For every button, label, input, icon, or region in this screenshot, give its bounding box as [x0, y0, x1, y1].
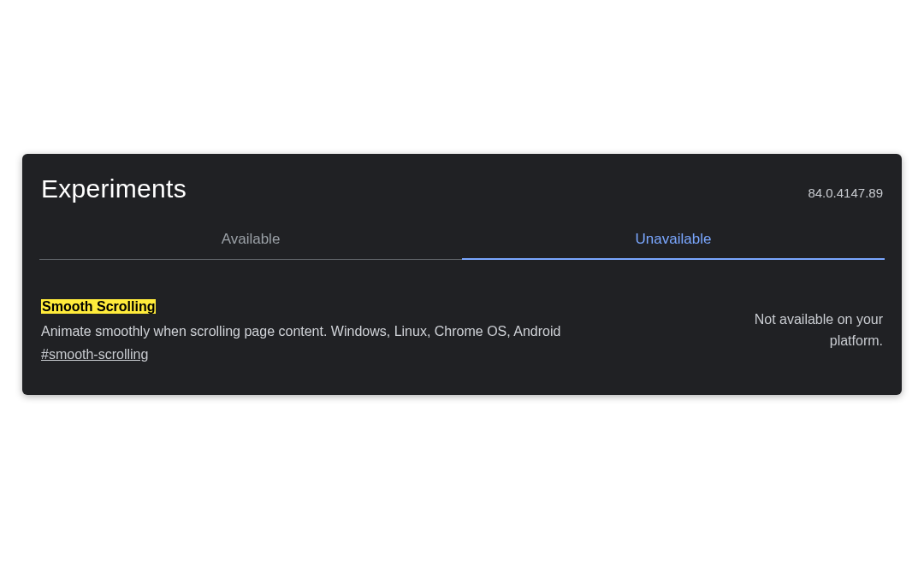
page-title: Experiments [41, 174, 187, 203]
experiments-panel: Experiments 84.0.4147.89 Available Unava… [22, 154, 902, 395]
header-row: Experiments 84.0.4147.89 [39, 169, 885, 219]
tab-unavailable[interactable]: Unavailable [462, 219, 885, 260]
flag-description: Animate smoothly when scrolling page con… [41, 321, 695, 342]
flag-row: Smooth Scrolling Animate smoothly when s… [39, 260, 885, 371]
tabs: Available Unavailable [39, 219, 885, 260]
flag-status: Not available on your platform. [720, 309, 883, 352]
flag-title: Smooth Scrolling [41, 299, 156, 314]
page-container: Experiments 84.0.4147.89 Available Unava… [0, 0, 924, 583]
flag-details: Smooth Scrolling Animate smoothly when s… [41, 299, 695, 362]
version-label: 84.0.4147.89 [808, 186, 883, 200]
flag-hash-link[interactable]: #smooth-scrolling [41, 347, 148, 362]
tab-available[interactable]: Available [39, 219, 462, 260]
